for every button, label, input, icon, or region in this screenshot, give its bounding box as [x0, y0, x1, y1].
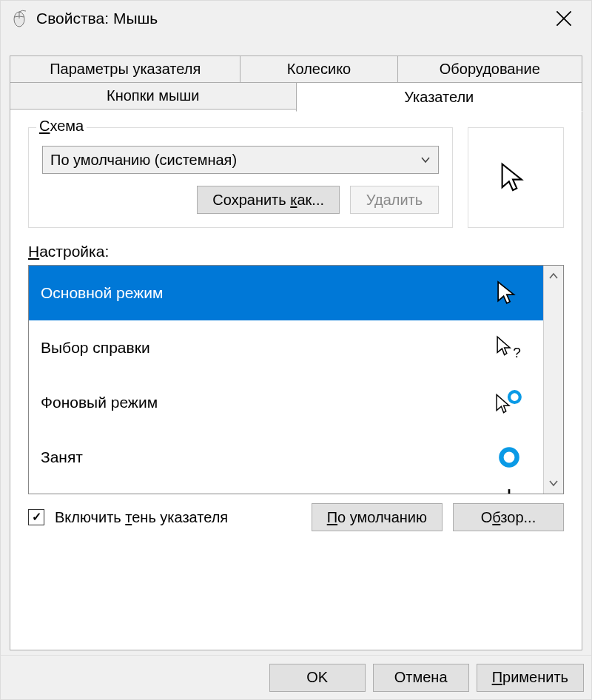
use-default-button[interactable]: По умолчанию — [312, 503, 443, 531]
scroll-track[interactable] — [544, 286, 563, 473]
enable-shadow-checkbox[interactable]: ✓ — [28, 509, 44, 525]
cursor-arrow-ring-icon — [487, 390, 531, 415]
ok-button[interactable]: OK — [269, 664, 366, 692]
close-button[interactable] — [547, 1, 581, 36]
apply-button[interactable]: Применить — [477, 664, 584, 692]
cancel-button[interactable]: Отмена — [373, 664, 469, 692]
cursor-item-label: Занят — [41, 448, 487, 466]
mouse-icon — [11, 10, 29, 27]
cursor-list-item[interactable]: Выбор справки — [29, 320, 543, 375]
tabstrip: Параметры указателя Колесико Оборудовани… — [10, 55, 582, 110]
cursor-cross-icon — [487, 488, 531, 494]
cursor-item-label: Фоновый режим — [41, 394, 487, 411]
tab-wheel[interactable]: Колесико — [240, 55, 397, 83]
cursor-list-item[interactable]: Графическое выделение — [29, 485, 543, 494]
cursor-item-label: Основной режим — [41, 284, 487, 302]
enable-shadow-label[interactable]: Включить тень указателя — [55, 509, 301, 526]
tab-pointer-options[interactable]: Параметры указателя — [10, 55, 240, 83]
delete-button[interactable]: Удалить — [350, 186, 439, 214]
cursor-list-item[interactable]: Основной режим — [29, 266, 543, 320]
cursor-preview — [468, 127, 564, 228]
cursor-item-label: Выбор справки — [41, 339, 487, 357]
dialog-footer: OK Отмена Применить — [1, 655, 591, 699]
chevron-down-icon — [420, 153, 431, 166]
cursor-list-item[interactable]: Занят — [29, 430, 543, 485]
save-as-button[interactable]: Сохранить как... — [197, 186, 340, 214]
cursor-ring-icon — [487, 445, 531, 470]
tab-buttons[interactable]: Кнопки мыши — [10, 82, 297, 110]
scrollbar[interactable] — [543, 266, 563, 494]
browse-button[interactable]: Обзор... — [453, 503, 564, 531]
window-title: Свойства: Мышь — [36, 10, 158, 27]
cursor-list: Основной режим Выбор справки Фоновый реж… — [28, 265, 564, 494]
scheme-select[interactable]: По умолчанию (системная) — [42, 146, 439, 174]
scroll-down-icon[interactable] — [544, 473, 563, 494]
cursor-arrow-help-icon — [487, 335, 531, 360]
tab-hardware[interactable]: Оборудование — [397, 55, 582, 83]
close-icon — [556, 10, 572, 27]
scroll-up-icon[interactable] — [544, 266, 563, 286]
titlebar: Свойства: Мышь — [1, 1, 591, 36]
tab-panel-pointers: Схема По умолчанию (системная) Сохранить… — [10, 110, 582, 650]
mouse-properties-window: Свойства: Мышь Параметры указателя Колес… — [0, 0, 592, 700]
cursor-arrow-icon — [487, 280, 531, 306]
tab-pointers[interactable]: Указатели — [296, 82, 583, 112]
scheme-group: Схема По умолчанию (системная) Сохранить… — [28, 127, 453, 228]
scheme-select-value: По умолчанию (системная) — [50, 152, 420, 169]
customize-label: Настройка: — [28, 243, 564, 260]
cursor-arrow-icon — [500, 162, 531, 193]
cursor-list-item[interactable]: Фоновый режим — [29, 375, 543, 430]
scheme-legend: Схема — [36, 118, 87, 135]
